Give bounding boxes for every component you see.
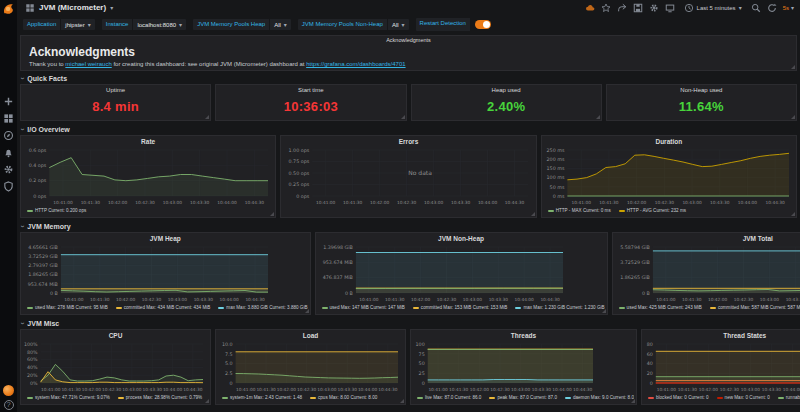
svg-text:10:43:00: 10:43:00 bbox=[424, 200, 444, 205]
variable-jvm-memory-pools-non-heap[interactable]: JVM Memory Pools Non-Heap All▾ bbox=[298, 19, 409, 30]
jvm-total-chart[interactable]: 0 B1.86265 GiB3.72529 GiB5.58794 GiB10:4… bbox=[615, 243, 800, 303]
refresh-interval-dropdown[interactable]: 5s ▾ bbox=[783, 4, 794, 11]
legend-item[interactable]: HTTP - MAX Current: 0 ms bbox=[548, 208, 611, 213]
legend-item[interactable]: HTTP Current: 0.200 ops bbox=[27, 208, 86, 213]
legend-item[interactable]: used Max: 147 MiB Current: 147 MiB bbox=[322, 305, 405, 310]
legend-item[interactable]: max Max: 3.880 GiB Current: 3.880 GiB bbox=[218, 305, 307, 310]
explore-icon[interactable] bbox=[3, 130, 14, 141]
zoom-out-icon[interactable] bbox=[751, 3, 761, 13]
panel-title[interactable]: Acknowledgments bbox=[21, 37, 796, 43]
settings-gear-icon[interactable] bbox=[649, 3, 659, 13]
variable-value: All bbox=[274, 22, 281, 28]
svg-text:0.4 ops: 0.4 ops bbox=[29, 163, 47, 168]
row-title: JVM Memory bbox=[27, 223, 70, 230]
svg-text:10:43:30: 10:43:30 bbox=[451, 200, 471, 205]
dashboard-source-link[interactable]: https://grafana.com/dashboards/4701 bbox=[306, 61, 405, 67]
panel-title[interactable]: JVM Total bbox=[615, 234, 800, 243]
variable-jvm-memory-pools-heap[interactable]: JVM Memory Pools Heap All▾ bbox=[193, 19, 291, 30]
svg-text:10:41:00: 10:41:00 bbox=[428, 387, 448, 392]
load-chart[interactable]: 02.55.07.510.010:41:0010:41:3010:42:0010… bbox=[218, 340, 403, 393]
author-link[interactable]: michael weirauch bbox=[65, 61, 111, 67]
variable-application[interactable]: Application jhipster▾ bbox=[23, 19, 95, 30]
errors-chart[interactable]: 0 ops0.25 ops0.50 ops0.75 ops1.00 ops10:… bbox=[283, 146, 533, 206]
panel-title[interactable]: JVM Heap bbox=[23, 234, 308, 243]
cycle-view-icon[interactable] bbox=[665, 3, 675, 13]
cpu-chart[interactable]: 0%20%40%60%80%100%10:41:0010:41:3010:42:… bbox=[23, 340, 208, 393]
row-io-overview[interactable]: › I/O Overview bbox=[21, 124, 797, 134]
jvm-non-heap-chart[interactable]: 0 B476.837 MiB953.674 MiB1.39698 GiB10:4… bbox=[318, 243, 605, 303]
svg-text:1.86265 GiB: 1.86265 GiB bbox=[620, 275, 650, 280]
rate-chart[interactable]: 0 ops0.2 ops0.4 ops0.6 ops10:41:0010:41:… bbox=[23, 146, 273, 206]
legend-item[interactable]: committed Max: 587 MiB Current: 587 MiB bbox=[710, 305, 800, 310]
legend-item[interactable]: peak Max: 87.0 Current: 87.0 bbox=[489, 395, 557, 400]
dashboard-title[interactable]: JVM (Micrometer) bbox=[39, 3, 106, 12]
chart-legend: HTTP - MAX Current: 0 msHTTP - AVG Curre… bbox=[544, 206, 794, 215]
panel-title[interactable]: CPU bbox=[23, 331, 208, 340]
legend-item[interactable]: system-1m Max: 2.43 Current: 1.48 bbox=[222, 395, 302, 400]
panel-title[interactable]: Start time bbox=[298, 87, 324, 93]
variable-instance[interactable]: Instance localhost:8080▾ bbox=[102, 19, 186, 30]
svg-text:0 ops: 0 ops bbox=[296, 194, 310, 199]
legend-item[interactable]: system Max: 47.71% Current: 9.07% bbox=[27, 395, 110, 400]
dashboard-caret-icon[interactable]: ▾ bbox=[110, 4, 113, 11]
alerting-icon[interactable] bbox=[3, 147, 14, 158]
panel-threads: Threads 025507510010:41:0010:41:3010:42:… bbox=[410, 329, 637, 405]
svg-text:10:41:30: 10:41:30 bbox=[81, 200, 101, 205]
panel-title[interactable]: Load bbox=[218, 331, 403, 340]
create-icon[interactable] bbox=[3, 96, 14, 107]
legend-item[interactable]: process Max: 28.98% Current: 0.79% bbox=[118, 395, 202, 400]
thread-states-chart[interactable]: 02040608010:41:0010:41:3010:42:0010:42:3… bbox=[644, 340, 800, 393]
panel-title[interactable]: Uptime bbox=[106, 87, 125, 93]
legend-item[interactable]: HTTP - AVG Current: 232 ms bbox=[619, 208, 686, 213]
panel-title[interactable]: Threads bbox=[413, 331, 634, 340]
panel-title[interactable]: Duration bbox=[544, 137, 794, 146]
server-admin-icon[interactable] bbox=[3, 181, 14, 192]
panel-title[interactable]: Thread States bbox=[644, 331, 800, 340]
cloud-share-icon[interactable] bbox=[585, 3, 595, 13]
row-jvm-memory[interactable]: › JVM Memory bbox=[21, 221, 797, 231]
panel-title[interactable]: Errors bbox=[283, 137, 533, 146]
row-jvm-misc[interactable]: › JVM Misc bbox=[21, 318, 797, 328]
legend-item[interactable]: max Max: 1.230 GiB Current: 1.230 GiB bbox=[515, 305, 604, 310]
panel-title[interactable]: Non-Heap used bbox=[680, 87, 722, 93]
configuration-icon[interactable] bbox=[3, 164, 14, 175]
legend-item[interactable]: live Max: 87.0 Current: 86.0 bbox=[417, 395, 481, 400]
panel-title[interactable]: Rate bbox=[23, 137, 273, 146]
svg-text:10:41:00: 10:41:00 bbox=[571, 200, 591, 205]
save-icon[interactable] bbox=[633, 3, 643, 13]
legend-item[interactable]: daemon Max: 9.0 Current: 8.0 bbox=[565, 395, 634, 400]
svg-text:10:41:00: 10:41:00 bbox=[236, 387, 256, 392]
panel-title[interactable]: Heap used bbox=[492, 87, 521, 93]
svg-text:10:44:00: 10:44:00 bbox=[358, 387, 378, 392]
refresh-icon[interactable] bbox=[767, 3, 777, 13]
row-quick-facts[interactable]: › Quick Facts bbox=[21, 73, 797, 83]
svg-text:80: 80 bbox=[647, 342, 653, 347]
legend-item[interactable]: committed Max: 434 MiB Current: 434 MiB bbox=[116, 305, 211, 310]
legend-item[interactable]: runnable Max: 13 Current: 13 bbox=[778, 395, 800, 400]
user-avatar[interactable] bbox=[3, 385, 14, 396]
legend-item[interactable]: cpus Max: 8.00 Current: 8.00 bbox=[310, 395, 377, 400]
legend-item[interactable]: used Max: 278 MiB Current: 95 MiB bbox=[27, 305, 108, 310]
svg-text:10:41:30: 10:41:30 bbox=[599, 200, 619, 205]
jvm-heap-chart[interactable]: 0 B953.674 MiB1.86265 GiB2.79397 GiB3.72… bbox=[23, 243, 308, 303]
legend-item[interactable]: new Max: 0 Current: 0 bbox=[717, 395, 770, 400]
navbar: JVM (Micrometer) ▾ bbox=[17, 0, 800, 15]
restart-detection-toggle[interactable] bbox=[475, 20, 491, 29]
threads-chart[interactable]: 025507510010:41:0010:41:3010:42:0010:42:… bbox=[413, 340, 634, 393]
svg-text:10:44:30: 10:44:30 bbox=[245, 200, 265, 205]
dashboards-icon[interactable] bbox=[3, 113, 14, 124]
refresh-interval-label: 5s bbox=[783, 5, 789, 11]
help-icon[interactable]: ? bbox=[4, 400, 14, 410]
legend-item[interactable]: used Max: 425 MiB Current: 243 MiB bbox=[619, 305, 702, 310]
panel-errors: Errors 0 ops0.25 ops0.50 ops0.75 ops1.00… bbox=[280, 135, 536, 218]
legend-item[interactable]: committed Max: 153 MiB Current: 153 MiB bbox=[413, 305, 508, 310]
legend-item[interactable]: blocked Max: 0 Current: 0 bbox=[648, 395, 709, 400]
time-picker[interactable]: Last 5 minutes ▾ bbox=[681, 2, 745, 14]
star-icon[interactable] bbox=[601, 3, 611, 13]
grafana-logo[interactable] bbox=[2, 2, 15, 15]
share-icon[interactable] bbox=[617, 3, 627, 13]
panel-title[interactable]: JVM Non-Heap bbox=[318, 234, 605, 243]
duration-chart[interactable]: 0 ms50 ms100 ms150 ms200 ms250 ms10:41:0… bbox=[544, 146, 794, 206]
svg-text:10:44:30: 10:44:30 bbox=[245, 297, 265, 302]
svg-text:2.79397 GiB: 2.79397 GiB bbox=[28, 263, 58, 268]
